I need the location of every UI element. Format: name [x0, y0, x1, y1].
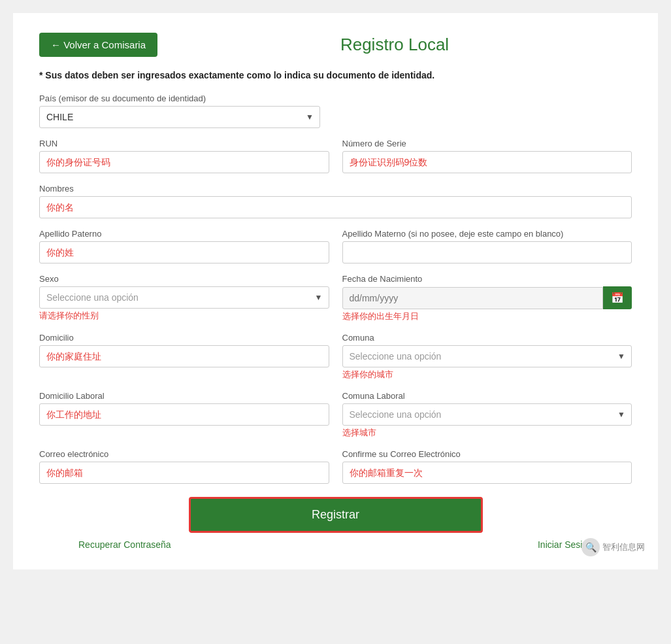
apellido-row: Apellido Paterno Apellido Materno (si no… [39, 229, 632, 263]
country-select-wrapper: CHILE ▼ [39, 106, 320, 128]
nombres-field: Nombres [39, 184, 632, 218]
confirme-correo-label: Confirme su Correo Electrónico [342, 449, 632, 459]
header-row: ← Volver a Comisaria Registro Local [39, 33, 632, 57]
correo-input[interactable] [39, 462, 329, 484]
apellido-paterno-input[interactable] [39, 241, 329, 263]
apellido-paterno-label: Apellido Paterno [39, 229, 329, 239]
domicilio-laboral-field: Domicilio Laboral [39, 391, 329, 439]
form-section: País (emisor de su documento de identida… [39, 93, 632, 550]
run-input[interactable] [39, 151, 329, 173]
domicilio-laboral-row: Domicilio Laboral Comuna Laboral Selecci… [39, 391, 632, 439]
correo-label: Correo electrónico [39, 449, 329, 459]
sexo-annotation: 请选择你的性别 [39, 310, 329, 322]
comuna-field: Comuna Seleccione una opción ▼ 选择你的城市 [342, 333, 632, 381]
apellido-paterno-field: Apellido Paterno [39, 229, 329, 263]
correo-row: Correo electrónico Confirme su Correo El… [39, 449, 632, 484]
apellido-materno-input[interactable] [342, 241, 632, 263]
calendar-icon: 📅 [611, 292, 624, 303]
fecha-input[interactable] [342, 287, 604, 309]
comuna-laboral-label: Comuna Laboral [342, 391, 632, 401]
nombres-label: Nombres [39, 184, 632, 194]
sexo-field: Sexo Seleccione una opción Masculino Fem… [39, 274, 329, 322]
domicilio-laboral-input[interactable] [39, 403, 329, 426]
page-title: Registro Local [157, 35, 632, 55]
nombres-input[interactable] [39, 196, 632, 218]
confirme-correo-input[interactable] [342, 462, 632, 484]
domicilio-laboral-label: Domicilio Laboral [39, 391, 329, 401]
numero-serie-input[interactable] [342, 151, 632, 173]
comuna-select-wrapper: Seleccione una opción ▼ [342, 345, 632, 367]
comuna-laboral-select[interactable]: Seleccione una opción [342, 403, 632, 426]
domicilio-label: Domicilio [39, 333, 329, 343]
fecha-annotation: 选择你的出生年月日 [342, 311, 632, 322]
run-field: RUN [39, 139, 329, 173]
sexo-label: Sexo [39, 274, 329, 284]
sexo-fecha-row: Sexo Seleccione una opción Masculino Fem… [39, 274, 632, 322]
comuna-select[interactable]: Seleccione una opción [342, 345, 632, 367]
run-label: RUN [39, 139, 329, 148]
fecha-label: Fecha de Nacimiento [342, 274, 632, 284]
correo-field: Correo electrónico [39, 449, 329, 484]
comuna-label: Comuna [342, 333, 632, 343]
apellido-materno-field: Apellido Materno (si no posee, deje este… [342, 229, 632, 263]
fecha-field: Fecha de Nacimiento 📅 选择你的出生年月日 [342, 274, 632, 322]
date-wrapper: 📅 [342, 286, 632, 309]
sexo-select[interactable]: Seleccione una opción Masculino Femenino [39, 286, 329, 309]
sexo-select-wrapper: Seleccione una opción Masculino Femenino… [39, 286, 329, 309]
numero-serie-label: Número de Serie [342, 139, 632, 148]
domicilio-input[interactable] [39, 345, 329, 367]
back-button[interactable]: ← Volver a Comisaria [39, 33, 157, 57]
watermark-icon: 🔍 [581, 538, 600, 556]
apellido-materno-label: Apellido Materno (si no posee, deje este… [342, 229, 632, 239]
country-field: País (emisor de su documento de identida… [39, 93, 632, 128]
domicilio-field: Domicilio [39, 333, 329, 381]
page-container: ← Volver a Comisaria Registro Local * Su… [13, 13, 658, 569]
domicilio-row: Domicilio Comuna Seleccione una opción ▼… [39, 333, 632, 381]
watermark-text: 智利信息网 [602, 541, 645, 553]
confirme-correo-field: Confirme su Correo Electrónico [342, 449, 632, 484]
country-select[interactable]: CHILE [39, 106, 320, 128]
notice-text: * Sus datos deben ser ingresados exactam… [39, 70, 632, 80]
watermark: 🔍 智利信息网 [581, 538, 645, 556]
comuna-annotation: 选择你的城市 [342, 369, 632, 381]
comuna-laboral-annotation: 选择城市 [342, 427, 632, 439]
run-serie-row: RUN Número de Serie [39, 139, 632, 173]
comuna-laboral-field: Comuna Laboral Seleccione una opción ▼ 选… [342, 391, 632, 439]
numero-serie-field: Número de Serie [342, 139, 632, 173]
footer-links: Recuperar Contraseña Iniciar Sesión [39, 539, 632, 550]
registrar-button[interactable]: Registrar [189, 497, 483, 533]
recuperar-contrasena-link[interactable]: Recuperar Contraseña [78, 539, 171, 550]
country-label: País (emisor de su documento de identida… [39, 93, 632, 103]
calendar-button[interactable]: 📅 [603, 286, 632, 309]
comuna-laboral-select-wrapper: Seleccione una opción ▼ [342, 403, 632, 426]
